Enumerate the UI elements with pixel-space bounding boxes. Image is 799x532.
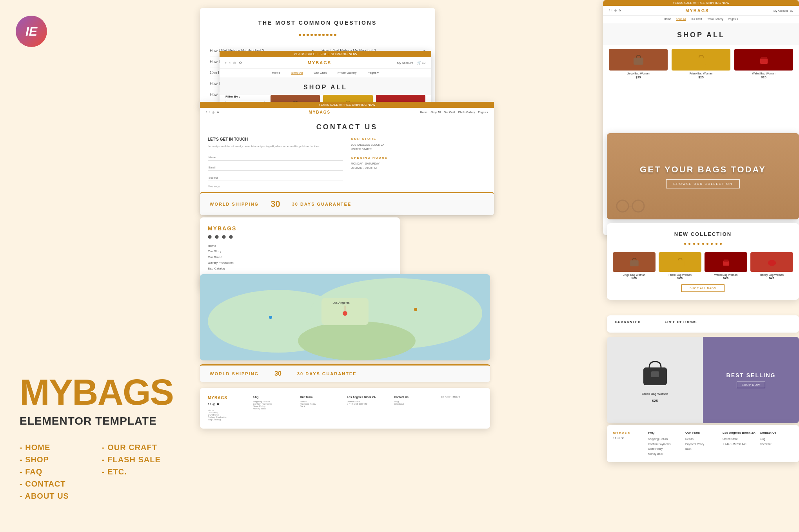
shop-all-name-3: Wallet Bag Woman [734, 72, 793, 75]
contact-nav-photogallery[interactable]: Photo Gallery [458, 111, 475, 114]
brand-subtitle: ELEMENTOR TEMPLATE [20, 415, 173, 427]
shop-all-nav-gallery[interactable]: Photo Gallery [706, 18, 723, 21]
contact-nav-pages[interactable]: Pages ▾ [478, 111, 488, 114]
store-info: OUR STORE LOS ANGELES BLOCK 2AUNITED STA… [351, 137, 486, 151]
social-fb: f [225, 61, 226, 65]
shop-all-img-2 [672, 49, 730, 71]
nav-photogallery[interactable]: Photo Gallery [338, 71, 356, 75]
footer-r-phone: + 444 1 55 238 449 [723, 442, 756, 447]
footer-attr-col: BY KAHF | MI.KRI [441, 396, 482, 421]
footer-link-catalog[interactable]: Bag Catalog [208, 266, 392, 271]
footer-team-title: Our Team [300, 396, 341, 398]
store-title: OUR STORE [351, 137, 486, 141]
guarantee-item-2: FREE RETURNS [665, 320, 697, 328]
footer-fb: ⬤ [208, 235, 212, 239]
guarantee-label: 30 DAYS GUARANTEE [292, 202, 352, 206]
contact-subject-input[interactable] [208, 175, 343, 181]
footer-link-home[interactable]: Home [208, 243, 392, 249]
shop-all-price-1: $25 [609, 76, 668, 79]
svg-point-13 [298, 321, 416, 360]
shipping-bar: WORLD SHIPPING 30 30 DAYS GUARANTEE [200, 192, 494, 215]
left-panel: IE MYBAGS ELEMENTOR TEMPLATE - HOME - OU… [0, 0, 192, 532]
footer-r-confirm: Confirm Payments [648, 442, 681, 447]
filter-label: Filter By : [225, 95, 265, 98]
shop-all-product-2: Friero Bag Woman $25 [672, 49, 730, 79]
nc-name-4: Handy Bag Woman [750, 273, 793, 276]
contact-social-tw: t [209, 111, 210, 114]
guarantee-item-1: GUARANTED [615, 320, 641, 328]
footer-faq-links: Shipping Return Confirm Payments Store P… [253, 400, 294, 410]
footer-r-faq-title: FAQ [648, 431, 681, 434]
feature-shop: - SHOP [20, 455, 90, 464]
footer-right-socials: f t ◎ ✿ [613, 436, 644, 440]
footer-team-col: Our Team Return Payment Policy Back [300, 396, 341, 421]
hours-text: MONDAY - SATURDAY08:00 AM - 05:00 PM [351, 162, 486, 170]
nav-home[interactable]: Home [272, 71, 280, 75]
shop-all-img-3 [734, 49, 793, 71]
footer-r-money: Money Back [648, 452, 681, 457]
hero-browse-button[interactable]: BROWSE OUR COLLECTION [666, 179, 740, 188]
footer-contact-title: Contact Us [394, 396, 435, 398]
shop-all-social-fb: f [609, 9, 610, 12]
footer-r-ig: ◎ [617, 436, 620, 440]
contact-name-input[interactable] [208, 154, 343, 161]
nc-product-3: Wallet Bag Woman $25 [705, 252, 747, 280]
contact-social-ig: ◎ [212, 111, 214, 114]
footer-r-checkout: Checkout [760, 442, 793, 447]
shop-all-bags-button[interactable]: SHOP ALL BAGS [681, 284, 725, 292]
feature-etc: - ETC. [102, 467, 173, 476]
cross-bag-name: Cross Bag Woman [642, 392, 668, 396]
contact-title: CONTACT US [200, 117, 494, 137]
footer-link-ourstory[interactable]: Our Story [208, 249, 392, 254]
shop-all-nav-shopall[interactable]: Shop All [676, 18, 686, 21]
best-selling-title: BEST SELLING [726, 372, 776, 378]
footer-link-ourbrand[interactable]: Our Brand [208, 255, 392, 260]
svg-rect-29 [723, 261, 729, 266]
best-selling-fashion: BEST SELLING SHOP NOW [703, 337, 799, 423]
world-shipping-label: WORLD SHIPPING [210, 371, 259, 376]
footer-brand-name: MYBAGS [208, 396, 247, 400]
guarantee-divider [653, 320, 653, 328]
best-selling-shop-button[interactable]: SHOP NOW [737, 382, 765, 388]
footer-brand-links: Home Our Story Our Brand Gallery Product… [208, 409, 247, 421]
footer-link-gallery[interactable]: Gallery Production [208, 260, 392, 266]
shop-all-nav-home[interactable]: Home [664, 18, 671, 21]
hours-title: OPENING HOURS [351, 156, 486, 159]
shop-all-price-2: $25 [672, 76, 730, 79]
footer-right-logo: MYBAGS [613, 431, 644, 435]
footer-brand-col: MYBAGS f t ◎ ✿ Home Our Story Our Brand … [208, 396, 247, 421]
shop-all-cart[interactable]: $0 [790, 9, 793, 12]
nav-ourcraft[interactable]: Our Craft [314, 71, 327, 75]
cross-bag-price: $25 [652, 399, 658, 403]
shop-all-nav-pages[interactable]: Pages ▾ [728, 18, 738, 21]
shop-all-logo: MYBAGS [685, 8, 709, 13]
shop-all-product-1: Jingo Bag Woman $25 [609, 49, 668, 79]
contact-nav-home[interactable]: Home [420, 111, 428, 114]
shop-all-nav-links: Home Shop All Our Craft Photo Gallery Pa… [603, 16, 799, 23]
contact-social-pi: ✿ [217, 111, 219, 114]
footer-attribution: BY KAHF | MI.KRI [441, 396, 482, 398]
shop-all-account[interactable]: My Account [774, 9, 788, 12]
nav-shopall[interactable]: Shop All [291, 71, 303, 75]
contact-logo: MYBAGS [309, 110, 330, 114]
nc-price-1: $25 [613, 276, 656, 280]
nav-pages[interactable]: Pages ▾ [368, 71, 379, 75]
days-guarantee-label: 30 DAYS GUARANTEE [297, 371, 357, 376]
footer-address-col: Los Angeles Block 2A United State + 444 … [347, 396, 388, 421]
contact-nav-ourcraft[interactable]: Our Craft [444, 111, 455, 114]
contact-email-input[interactable] [208, 165, 343, 171]
footer-r-back: Back [685, 447, 719, 452]
shop-all-social-tw: t [612, 9, 612, 12]
contact-nav-shopall[interactable]: Shop All [430, 111, 441, 114]
contact-topbar: YEARS SALE !!! FREE SHIPPING NOW [200, 102, 494, 108]
svg-rect-30 [723, 260, 728, 262]
shop-all-nav-ourcraft[interactable]: Our Craft [691, 18, 702, 21]
my-account-link[interactable]: My Account [397, 61, 413, 65]
svg-rect-27 [630, 260, 638, 266]
cart-icon[interactable]: 🛒 $0 [417, 61, 425, 65]
hero-title: GET YOUR BAGS TODAY [640, 165, 766, 175]
svg-rect-22 [760, 58, 768, 64]
footer-contact-col: Contact Us Blog Checkout [394, 396, 435, 421]
map-screenshot: Los Angeles [200, 274, 490, 360]
social-ig: ◎ [233, 61, 236, 65]
